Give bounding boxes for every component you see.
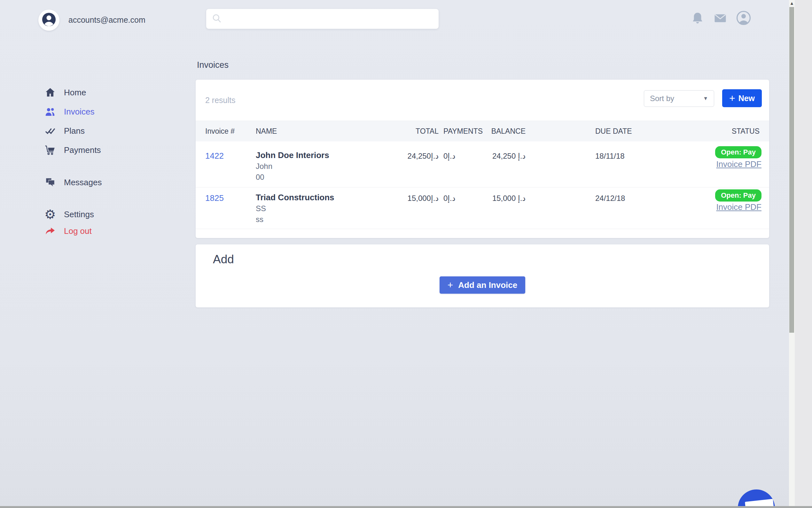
invoice-number-link[interactable]: 1825 [205,193,224,203]
invoice-number-link[interactable]: 1422 [205,151,224,161]
sidebar-item-plans[interactable]: Plans [44,124,85,138]
table-row: 1422 John Doe Interiors John 00 24,250د.… [196,141,769,187]
logout-arrow-icon [44,225,56,237]
status-badge[interactable]: Open: Pay [715,189,762,202]
invoice-client-line2: SS [256,204,266,213]
people-icon [44,105,56,118]
invoice-total: 15,000د.إ [408,194,439,203]
cart-icon [44,144,56,156]
plus-icon: + [729,93,735,103]
col-status: STATUS [732,121,760,142]
account-avatar[interactable] [38,10,59,31]
sidebar-item-label: Payments [64,145,101,155]
double-check-icon [44,125,56,137]
bell-icon [690,21,705,27]
invoice-client-line3: ss [256,215,264,224]
user-avatar-icon [42,12,56,28]
invoice-pdf-link[interactable]: Invoice PDF [716,202,762,212]
invoice-balance: 24,250 د.إ [492,152,526,161]
gear-icon: ⚙ [44,208,56,220]
sidebar-item-messages[interactable]: Messages [44,175,102,189]
invoice-balance: 15,000 د.إ [492,194,526,203]
search-icon [211,13,222,25]
new-button-label: New [738,94,755,103]
results-count: 2 results [205,96,235,105]
new-invoice-button[interactable]: + New [722,89,762,107]
col-due-date: DUE DATE [595,121,632,142]
plus-icon: + [447,280,453,290]
sidebar-item-home[interactable]: Home [44,85,86,99]
add-card-title: Add [213,253,234,266]
sidebar-item-label: Plans [64,126,85,136]
search-input[interactable] [225,9,433,29]
notifications-button[interactable] [690,11,705,26]
invoice-payments: 0د.إ [443,152,455,161]
col-invoice-number: Invoice # [205,121,235,142]
sidebar-item-label: Log out [64,226,92,236]
sidebar-item-logout[interactable]: Log out [44,224,92,238]
col-balance: BALANCE [491,121,526,142]
profile-button[interactable] [736,10,751,25]
table-row: 1825 Triad Constructions SS ss 15,000د.إ… [196,187,769,229]
sidebar-item-label: Invoices [64,107,94,117]
messages-button[interactable] [713,11,728,26]
add-card: Add + Add an Invoice [196,244,769,307]
table-header: Invoice # NAME TOTAL PAYMENTS BALANCE DU… [196,121,769,141]
col-total: TOTAL [416,121,439,142]
sidebar-item-label: Home [64,88,86,97]
search-bar[interactable] [206,9,439,29]
invoice-due-date: 18/11/18 [595,152,625,161]
window-bottom-edge [0,506,812,508]
scrollbar-up-arrow[interactable]: ▲ [790,1,794,6]
invoice-total: 24,250د.إ [408,152,439,161]
invoices-card: 2 results Sort by ▼ + New Invoice # NAME… [196,80,769,238]
sidebar-item-label: Messages [64,177,102,187]
invoice-due-date: 24/12/18 [595,194,625,203]
chat-widget-button[interactable] [738,490,775,508]
scrollbar-thumb[interactable] [789,7,794,333]
sidebar-item-payments[interactable]: Payments [44,143,101,157]
sort-by-value: Sort by [650,94,674,103]
col-name: NAME [256,121,277,142]
user-circle-icon [736,21,751,27]
mail-icon [713,20,728,26]
invoice-client-name: John Doe Interiors [256,151,329,160]
invoice-client-line2: John [256,162,272,171]
home-icon [44,86,56,98]
app-root: { "header": { "account_email": "accounts… [0,0,812,508]
sidebar-item-settings[interactable]: ⚙ Settings [44,207,94,221]
invoice-pdf-link[interactable]: Invoice PDF [716,159,762,169]
col-payments: PAYMENTS [443,121,483,142]
sidebar-item-invoices[interactable]: Invoices [44,104,94,119]
invoice-client-line3: 00 [256,173,265,182]
invoice-client-name: Triad Constructions [256,193,334,203]
add-invoice-label: Add an Invoice [458,280,517,290]
page-title: Invoices [197,60,229,70]
messages-icon [44,176,56,188]
sidebar-item-label: Settings [64,210,94,219]
status-badge[interactable]: Open: Pay [715,146,762,158]
sort-by-select[interactable]: Sort by ▼ [644,90,714,107]
window-edge [795,0,812,508]
account-email: accounts@acme.com [68,15,145,25]
add-invoice-button[interactable]: + Add an Invoice [439,277,525,294]
chevron-down-icon: ▼ [703,96,708,101]
invoice-payments: 0د.إ [443,194,455,203]
